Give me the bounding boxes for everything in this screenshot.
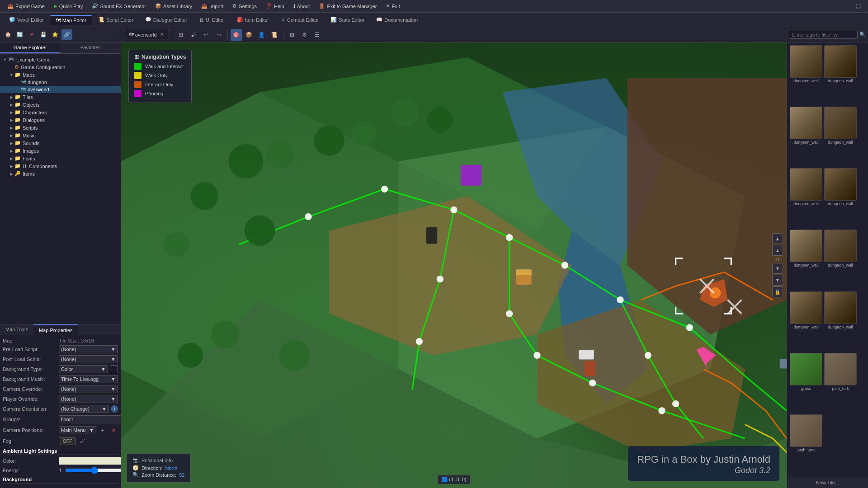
map-open-tab[interactable]: 🗺 overworld ✕ [124,30,169,39]
nav-down-arrow2[interactable]: ▼ [772,275,783,286]
map-tab-close[interactable]: ✕ [160,32,164,38]
tab-script-editor[interactable]: 📜 Script Editor [93,15,139,24]
nav-up-arrow[interactable]: ▲ [772,233,783,244]
tile-item-6[interactable]: dungeon_wall [824,168,857,228]
sidebar-refresh-btn[interactable]: 🔄 [14,29,25,40]
tool-paint[interactable]: 🖌 [188,29,199,41]
new-tile-button[interactable]: New Tile... [787,477,868,488]
tree-item-objects[interactable]: ▶ 📁 Objects [0,101,121,108]
tool-nav-paint[interactable]: 🎯 [231,29,242,41]
fog-toggle[interactable]: OFF [59,437,76,445]
tool-select[interactable]: ⊞ [175,29,187,41]
tab-ui-editor[interactable]: 🖥 UI Editor [193,15,231,24]
menu-settings[interactable]: ⚙ Settings [229,2,260,10]
tool-settings2[interactable]: ⚙ [299,29,311,41]
cam-override-select[interactable]: (None) ▼ [59,385,118,393]
tab-stats-editor[interactable]: 📊 Stats Editor [325,15,370,24]
tree-item-dungeon[interactable]: 🗺 dungeon [0,79,121,86]
tool-script[interactable]: 📜 [269,29,280,41]
player-override-select[interactable]: (None) ▼ [59,395,118,403]
tree-item-images[interactable]: ▶ 📁 Images [0,147,121,155]
fog-settings-btn[interactable]: 🖊 [78,436,87,446]
tab-documentation[interactable]: 📖 Documentation [371,15,423,24]
images-arrow: ▶ [8,149,14,153]
menu-export-game[interactable]: 📤 Export Game [4,2,48,10]
tool-redo[interactable]: ↪ [213,29,225,41]
tool-extra[interactable]: ☰ [311,29,323,41]
tab-item-editor[interactable]: 🎒 Item Editor [231,15,274,24]
energy-slider[interactable] [65,467,121,474]
menu-about[interactable]: ℹ About [290,2,314,10]
tab-map-editor[interactable]: 🗺 Map Editor [50,15,92,25]
tree-item-example-game[interactable]: ▼ 🎮 Example Game [0,56,121,63]
energy-value: 1 [59,468,63,473]
tab-map-properties[interactable]: Map Properties [33,324,78,335]
tool-undo[interactable]: ↩ [200,29,212,41]
menu-exit[interactable]: ✕ Exit [382,2,403,10]
tree-item-dialogues[interactable]: ▶ 📁 Dialogues [0,116,121,124]
menu-exit-manager[interactable]: 🚪 Exit to Game Manager [315,2,380,10]
tree-item-tiles[interactable]: ▶ 📁 Tiles [0,93,121,101]
tab-dialogue-editor[interactable]: 💬 Dialogue Editor [140,15,193,24]
groups-input[interactable] [59,415,121,423]
tile-item-12[interactable]: path_fork [824,353,857,413]
tree-item-fonts[interactable]: ▶ 📁 Fonts [0,155,121,162]
tree-item-game-config[interactable]: ⚙ Game Configuration [0,63,121,71]
nav-up-arrow2[interactable]: ▲ [772,245,783,256]
tile-item-11[interactable]: grass [790,353,822,413]
cam-orient-info[interactable]: i [111,405,118,413]
tile-item-8[interactable]: dungeon_wall [824,230,857,289]
tool-char[interactable]: 👤 [256,29,268,41]
tab-game-explorer[interactable]: Game Explorer [0,42,61,53]
tree-item-overworld[interactable]: 🗺 overworld [0,86,121,93]
tab-favorites[interactable]: Favorites [61,42,121,53]
tree-item-scripts[interactable]: ▶ 📁 Scripts [0,124,121,131]
tree-item-music[interactable]: ▶ 📁 Music [0,131,121,139]
nav-down-arrow[interactable]: ▼ [772,263,783,274]
preload-select[interactable]: (None) ▼ [59,345,118,353]
tile-item-4[interactable]: dungeon_wall [824,107,857,166]
cam-pos-select[interactable]: Main Menu ▼ [59,426,96,434]
cam-pos-delete-btn[interactable]: ✕ [109,426,118,435]
menu-asset-library[interactable]: 📦 Asset Library [151,2,196,10]
tab-voxel-editor[interactable]: 🧊 Voxel Editor [4,15,49,24]
sidebar-link-btn[interactable]: 🔗 [61,29,72,40]
bg-type-select[interactable]: Color ▼ [59,365,108,373]
sidebar-star-btn[interactable]: ⭐ [50,29,61,40]
menu-import[interactable]: 📥 Import [198,2,227,10]
tree-item-ui-components[interactable]: ▶ 📁 UI Components [0,162,121,170]
tile-item-3[interactable]: dungeon_wall [790,107,822,166]
postload-select[interactable]: (None) ▼ [59,355,118,363]
sidebar-home-btn[interactable]: 🏠 [3,29,14,40]
cam-pos-add-btn[interactable]: + [98,426,107,435]
sidebar-back-btn[interactable]: ✕ [26,29,37,40]
tile-search-btn[interactable]: 🔍 [859,30,866,39]
tile-item-10[interactable]: dungeon_wall [824,291,857,351]
tile-item-1[interactable]: dungeon_wall [790,45,822,105]
tree-item-characters[interactable]: ▶ 📁 Characters [0,108,121,116]
tile-item-5[interactable]: dungeon_wall [790,168,822,228]
cam-orient-select[interactable]: (No Change) ▼ [59,405,109,413]
tree-item-maps-folder[interactable]: ▼ 📁 Maps [0,71,121,79]
tree-item-items[interactable]: ▶ 🔑 Items [0,170,121,178]
tile-item-9[interactable]: dungeon_wall [790,291,822,351]
tab-combat-editor[interactable]: ⚔ Combat Editor [275,15,324,24]
prop-row-energy: Energy: 1 [3,467,118,474]
nav-lock-btn[interactable]: 🔒 [772,286,783,297]
images-folder-icon: 📁 [14,148,21,154]
tool-object[interactable]: 📦 [243,29,255,41]
tool-grid[interactable]: ⊞ [286,29,298,41]
sidebar-save-btn[interactable]: 💾 [38,29,49,40]
tile-item-13[interactable]: path_turn [790,414,822,474]
tab-map-tools[interactable]: Map Tools [0,324,33,335]
tile-search-input[interactable] [789,31,858,39]
menu-sound-fx[interactable]: 🔊 Sound FX Generator [88,2,150,10]
menu-quick-play[interactable]: ▶ Quick Play [50,2,87,10]
tile-item-2[interactable]: dungeon_wall [824,45,857,105]
bg-color-picker[interactable] [110,365,118,373]
tree-item-sounds[interactable]: ▶ 📁 Sounds [0,139,121,147]
bg-music-select[interactable]: Time To Live.ogg ▼ [59,375,118,383]
menu-help[interactable]: ❓ Help [262,2,288,10]
tile-item-7[interactable]: dungeon_wall [790,230,822,289]
ambient-color-picker[interactable] [59,457,121,465]
